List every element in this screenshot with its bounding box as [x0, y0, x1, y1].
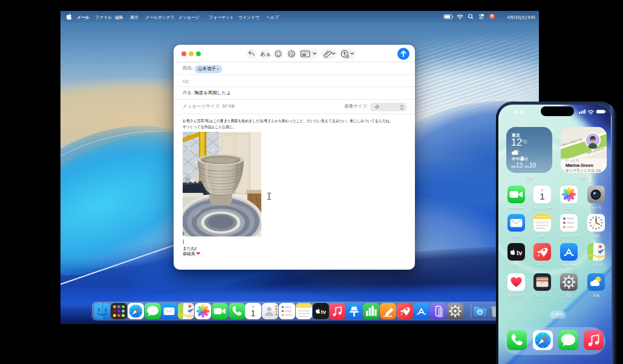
svg-text:tv: tv — [517, 249, 522, 256]
svg-text:あぁ: あぁ — [261, 51, 271, 57]
svg-text:1: 1 — [540, 191, 544, 201]
svg-text:tv: tv — [321, 308, 326, 315]
svg-text:1: 1 — [251, 308, 256, 318]
